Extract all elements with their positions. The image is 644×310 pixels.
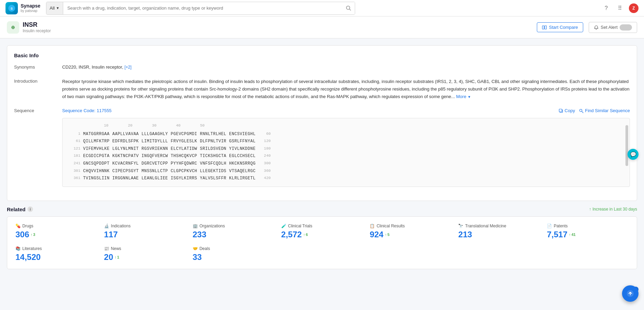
seq-line-num: 241 — [68, 160, 80, 168]
seq-group: LIMITDYLLL — [142, 138, 168, 145]
related-stat-item: 🔬 Indications 117 — [104, 224, 186, 239]
seq-group: SRILDSVEDN — [200, 145, 226, 153]
seq-group: ELCYLATIDW — [171, 145, 197, 153]
stat-icon: 📋 — [370, 224, 375, 228]
stat-value: 117 — [104, 230, 186, 239]
stat-number[interactable]: 117 — [104, 230, 118, 239]
related-stat-item: 🧪 Clinical Trials 2,572 ↑6 — [281, 224, 363, 239]
logo-text: Synapse by patsnap — [21, 3, 41, 12]
seq-group: TVINGSLIIN — [83, 175, 110, 182]
copy-icon — [559, 109, 563, 113]
related-stats-row2: 📚 Literatures 14,520 📰 News 20 ↑1 🤝 Deal… — [15, 246, 629, 262]
seq-group: INGQFVERCW — [142, 153, 168, 160]
up-arrow-icon: ↑ — [31, 232, 33, 237]
stat-label-text: Literatures — [22, 246, 42, 251]
logo-name: Synapse — [21, 3, 41, 9]
sequence-line: 61 QILLMFKTRP EDFRDLSFPK LIMITDYLLL FRVY… — [68, 138, 624, 145]
stat-number[interactable]: 213 — [458, 230, 472, 239]
related-title: Related i — [7, 206, 33, 212]
sequence-box: 10 20 30 40 50 1 MATGGRRGAA AAPLLVAVAA L… — [62, 118, 630, 187]
find-similar-button[interactable]: Find Similar Sequence — [579, 107, 630, 115]
copy-button[interactable]: Copy — [559, 107, 575, 115]
seq-group: CHQVVIHNNK — [83, 168, 110, 175]
sequence-line: 1 MATGGRRGAA AAPLLVAVAA LLLGAAGHLY PGEVC… — [68, 131, 624, 138]
stat-number[interactable]: 924 — [370, 230, 383, 239]
related-title-text: Related — [7, 206, 25, 212]
stat-badge: ↑5 — [385, 232, 389, 237]
seq-group: LGLYNLMNIT — [112, 145, 139, 153]
logo[interactable]: S Synapse by patsnap — [5, 2, 41, 14]
related-header: Related i ↑ Increase in Last 30 days — [7, 206, 637, 212]
seq-group: DLFPNLTVIR — [200, 138, 226, 145]
svg-text:S: S — [11, 7, 13, 10]
apps-icon[interactable]: ⠿ — [615, 3, 625, 13]
stat-label: 📰 News — [104, 246, 186, 251]
alert-label: Set Alert — [601, 25, 618, 30]
help-icon[interactable]: ? — [601, 3, 611, 13]
seq-group: YIVLNKDDNE — [229, 145, 256, 153]
introduction-row: Introduction Receptor tyrosine kinase wh… — [14, 78, 630, 100]
search-input[interactable] — [63, 2, 342, 14]
svg-line-3 — [349, 9, 351, 10]
stat-number[interactable]: 14,520 — [15, 252, 41, 262]
stat-label: 💊 Drugs — [15, 224, 97, 228]
basic-info-title: Basic Info — [14, 52, 630, 58]
seq-group: CIPECPSGYT — [112, 168, 139, 175]
stat-label-text: Translational Medicine — [465, 224, 506, 228]
stat-number[interactable]: 2,572 — [281, 230, 302, 239]
more-link[interactable]: More — [456, 94, 466, 99]
stat-number[interactable]: 306 — [15, 230, 29, 239]
fab-button[interactable] — [622, 285, 639, 302]
sequence-code-link[interactable]: Sequence Code: 117555 — [62, 107, 112, 115]
start-compare-button[interactable]: Start Compare — [537, 22, 583, 32]
svg-rect-8 — [542, 26, 544, 29]
related-stats-row1: 💊 Drugs 306 ↑3 🔬 Indications 117 🏢 Organ… — [15, 224, 629, 239]
seq-group: ENCSVIEGHL — [229, 131, 256, 138]
seq-line-num: 1 — [68, 131, 80, 138]
stat-badge: ↑3 — [31, 232, 35, 237]
stat-value: 213 — [458, 230, 540, 239]
stat-label-text: News — [111, 246, 121, 251]
seq-group: VNFSFCQDLH — [200, 160, 226, 168]
search-type-dropdown[interactable]: All ▼ — [46, 2, 63, 14]
stat-icon: 🧪 — [281, 224, 286, 228]
sequence-line: 301 CHQVVIHNNK CIPECPSGYT MNSSNLLCTP CLG… — [68, 168, 624, 175]
related-stat-item: 📰 News 20 ↑1 — [104, 246, 186, 262]
seq-line-end: 300 — [258, 160, 271, 168]
find-similar-label: Find Similar Sequence — [585, 107, 630, 115]
synonyms-label: Synonyms — [14, 64, 62, 71]
introduction-text: Receptor tyrosine kinase which mediates … — [62, 79, 630, 99]
stat-number[interactable]: 20 — [104, 252, 113, 262]
seq-line-end: 180 — [258, 145, 271, 153]
stat-label: 🧪 Clinical Trials — [281, 224, 363, 228]
synonyms-value: CD220, INSR, Insulin receptor, [+2] — [62, 64, 630, 71]
seq-line-end: 60 — [258, 131, 271, 138]
svg-rect-9 — [545, 26, 546, 29]
user-avatar[interactable]: Z — [629, 3, 639, 13]
stat-number[interactable]: 7,517 — [547, 230, 567, 239]
seq-line-end: 420 — [258, 175, 271, 182]
entity-actions: Start Compare Set Alert — [537, 22, 637, 33]
seq-group: LLEGEKTIDS — [200, 168, 226, 175]
sequence-label: Sequence — [14, 107, 62, 187]
set-alert-button[interactable]: Set Alert — [589, 22, 637, 33]
sequence-scrollbar[interactable] — [625, 125, 628, 166]
seq-group: VTSAQELRGC — [229, 168, 256, 175]
stat-number[interactable]: 33 — [193, 252, 202, 262]
seq-group: GNCSQPDDPT — [83, 160, 110, 168]
seq-group: THSHCQKVCP — [171, 153, 197, 160]
seq-line-num: 121 — [68, 145, 80, 153]
stat-icon: 🤝 — [193, 246, 198, 251]
sequence-value: Sequence Code: 117555 Copy Find Similar … — [62, 107, 630, 187]
stat-value: 233 — [193, 230, 274, 239]
stat-number[interactable]: 233 — [193, 230, 206, 239]
synonyms-more[interactable]: [+2] — [124, 65, 131, 70]
seq-group: MATGGRRGAA — [83, 131, 110, 138]
search-button[interactable] — [342, 2, 355, 14]
seq-group: PYYHFQDWRC — [171, 160, 197, 168]
seq-line-end: 240 — [258, 153, 271, 160]
related-info-icon[interactable]: i — [27, 206, 33, 212]
chat-bubble[interactable]: 💬 — [628, 149, 639, 160]
alert-toggle[interactable] — [620, 24, 632, 31]
seq-group: KCVACRNFYL — [112, 160, 139, 168]
